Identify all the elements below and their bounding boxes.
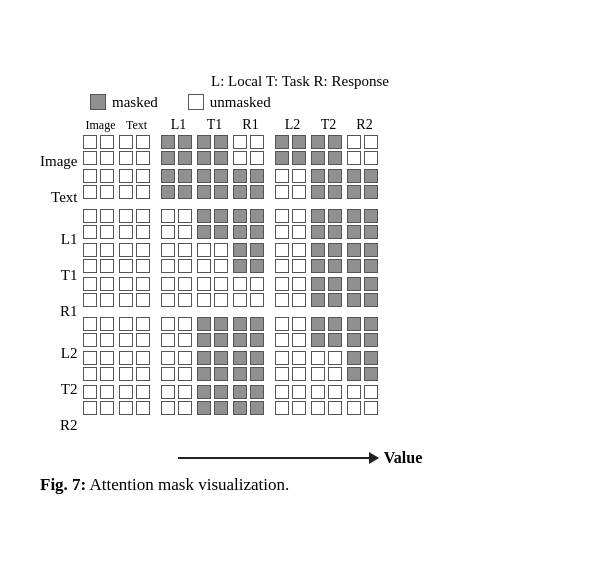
cell-l1-t2 — [311, 209, 343, 241]
sq-3 — [178, 225, 192, 239]
sq-1 — [250, 317, 264, 331]
sq-3 — [364, 151, 378, 165]
sq-3 — [328, 333, 342, 347]
sq-3 — [328, 185, 342, 199]
cell-l2-t1 — [197, 317, 229, 349]
grid-row-l1 — [83, 209, 560, 241]
sq-1 — [178, 351, 192, 365]
sq-0 — [197, 135, 211, 149]
sq-2 — [197, 151, 211, 165]
col-header-r1: R1 — [233, 117, 267, 133]
sq-2 — [161, 151, 175, 165]
sq-0 — [311, 385, 325, 399]
sq-2 — [119, 333, 133, 347]
sq-2 — [119, 185, 133, 199]
sq-2 — [233, 333, 247, 347]
cell-t2-text — [119, 351, 151, 383]
cell-image-l1 — [161, 135, 193, 167]
cell-l2-r2 — [347, 317, 379, 349]
sq-2 — [311, 225, 325, 239]
sq-1 — [364, 243, 378, 257]
sq-3 — [100, 401, 114, 415]
sq-3 — [328, 293, 342, 307]
sq-0 — [233, 277, 247, 291]
sq-3 — [178, 401, 192, 415]
sq-0 — [161, 351, 175, 365]
sq-3 — [250, 151, 264, 165]
sq-1 — [100, 385, 114, 399]
sq-0 — [233, 317, 247, 331]
sq-2 — [347, 225, 361, 239]
col-header-r2: R2 — [347, 117, 381, 133]
sq-1 — [364, 169, 378, 183]
row-label-t1: T1 — [61, 259, 78, 293]
sq-2 — [161, 259, 175, 273]
sq-1 — [178, 169, 192, 183]
sq-1 — [178, 277, 192, 291]
grid-row-image — [83, 135, 560, 167]
sq-0 — [119, 277, 133, 291]
sq-0 — [275, 169, 289, 183]
sq-2 — [83, 259, 97, 273]
sq-1 — [136, 277, 150, 291]
grid-row-r2 — [83, 385, 560, 417]
sq-3 — [136, 367, 150, 381]
sq-1 — [250, 209, 264, 223]
sq-2 — [83, 367, 97, 381]
sq-1 — [136, 317, 150, 331]
sq-1 — [100, 317, 114, 331]
sq-0 — [311, 169, 325, 183]
cell-t1-t2 — [311, 243, 343, 275]
grid-row-text — [83, 169, 560, 201]
sq-1 — [292, 385, 306, 399]
sq-3 — [100, 367, 114, 381]
masked-label: masked — [112, 94, 158, 111]
sq-3 — [136, 259, 150, 273]
cell-t1-r2 — [347, 243, 379, 275]
grid-row-t2 — [83, 351, 560, 383]
masked-icon — [90, 94, 106, 110]
sq-0 — [311, 277, 325, 291]
cell-l2-image — [83, 317, 115, 349]
sq-2 — [275, 367, 289, 381]
sq-2 — [347, 333, 361, 347]
sq-0 — [311, 135, 325, 149]
cell-image-text — [119, 135, 151, 167]
sq-0 — [161, 277, 175, 291]
cell-t2-l1 — [161, 351, 193, 383]
cell-t2-r2 — [347, 351, 379, 383]
sq-1 — [250, 351, 264, 365]
sq-3 — [136, 333, 150, 347]
sq-0 — [161, 169, 175, 183]
sq-2 — [347, 293, 361, 307]
sq-0 — [275, 243, 289, 257]
cell-r1-l1 — [161, 277, 193, 309]
sq-1 — [328, 243, 342, 257]
sq-2 — [233, 401, 247, 415]
sq-2 — [119, 367, 133, 381]
row-label-r1: R1 — [60, 295, 78, 329]
sq-1 — [136, 385, 150, 399]
sq-3 — [292, 401, 306, 415]
cell-l1-r2 — [347, 209, 379, 241]
sq-1 — [214, 135, 228, 149]
sq-3 — [178, 293, 192, 307]
sq-1 — [250, 277, 264, 291]
row-label-r2: R2 — [60, 409, 78, 443]
row-label-t2: T2 — [61, 373, 78, 407]
sq-1 — [328, 209, 342, 223]
sq-1 — [178, 243, 192, 257]
sq-2 — [161, 333, 175, 347]
sq-3 — [328, 225, 342, 239]
legend-unmasked: unmasked — [188, 94, 271, 111]
sq-2 — [119, 293, 133, 307]
cell-l1-text — [119, 209, 151, 241]
cell-image-t1 — [197, 135, 229, 167]
sq-0 — [119, 135, 133, 149]
cell-r1-r1 — [233, 277, 265, 309]
sq-1 — [250, 243, 264, 257]
sq-1 — [214, 169, 228, 183]
sq-0 — [347, 277, 361, 291]
sq-2 — [83, 225, 97, 239]
main-container: L: Local T: Task R: Response masked unma… — [20, 63, 580, 505]
